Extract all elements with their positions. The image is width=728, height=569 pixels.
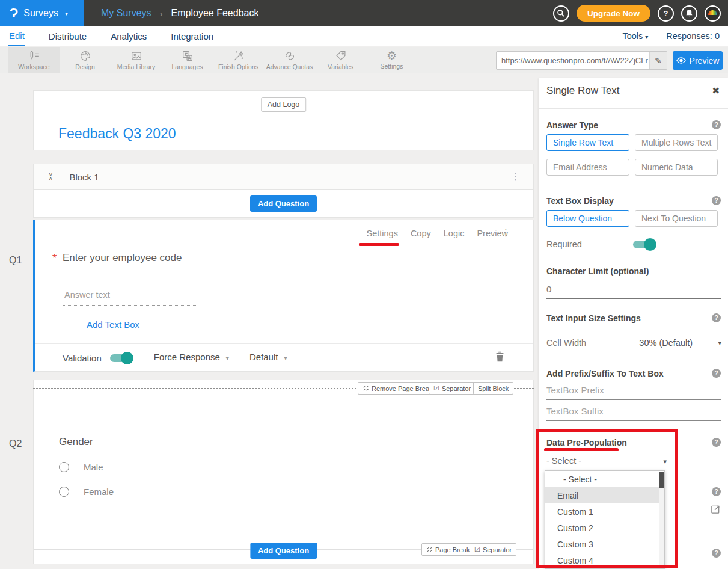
cell-width-value: 30% (Default) xyxy=(639,338,693,348)
dropdown-option-custom1[interactable]: Custom 1 xyxy=(545,503,664,520)
textbox-suffix-input[interactable]: TextBox Suffix xyxy=(546,406,721,421)
add-question-button-top[interactable]: Add Question xyxy=(250,195,317,212)
dropdown-option-custom2[interactable]: Custom 2 xyxy=(545,520,664,536)
upgrade-now-button[interactable]: Upgrade Now xyxy=(577,5,650,22)
q1-tab-settings[interactable]: Settings xyxy=(366,229,397,238)
collapse-block-icon[interactable]: ˅ ˄ xyxy=(49,173,52,181)
question1-text[interactable]: Enter your employee code xyxy=(63,252,182,264)
option-next-to-question[interactable]: Next To Question xyxy=(635,210,718,227)
q1-tab-copy[interactable]: Copy xyxy=(411,229,431,238)
eye-icon xyxy=(676,57,686,64)
responses-count[interactable]: Responses: 0 xyxy=(666,31,720,41)
edit-url-icon[interactable]: ✎ xyxy=(650,56,667,66)
option-below-question[interactable]: Below Question xyxy=(546,210,629,227)
magic-wand-icon xyxy=(232,49,245,63)
toolbar-finish-options[interactable]: Finish Options xyxy=(213,47,264,73)
tab-integration[interactable]: Integration xyxy=(170,27,214,45)
user-avatar[interactable] xyxy=(705,5,721,22)
option-multiple-rows-text[interactable]: Multiple Rows Text xyxy=(635,134,718,151)
add-question-row: Add Question xyxy=(33,190,534,218)
question1-card[interactable]: Settings Copy Logic Preview ⋮ * Enter yo… xyxy=(33,220,534,372)
cell-width-select[interactable]: Cell Width 30% (Default) ▾ xyxy=(546,338,721,348)
breadcrumb-separator-icon: › xyxy=(160,8,163,19)
prefix-suffix-label: Add Prefix/Suffix To Text Box xyxy=(546,369,664,378)
question-mark-icon: ? xyxy=(664,9,668,18)
add-question-button-bottom[interactable]: Add Question xyxy=(250,543,317,559)
separator-button-bottom[interactable]: ☑ Separator xyxy=(470,543,516,556)
survey-url-input[interactable]: https://www.questionpro.com/t/AW22ZjCLr xyxy=(497,52,650,69)
answer-type-help-icon[interactable]: ? xyxy=(712,120,721,129)
dropdown-option-custom4[interactable]: Custom 4 xyxy=(545,552,664,568)
toolbar-media-library[interactable]: Media Library xyxy=(111,47,162,73)
breadcrumb-my-surveys[interactable]: My Surveys xyxy=(101,8,151,19)
separator-button-top[interactable]: ☑ Separator xyxy=(429,382,476,395)
validation-default-select[interactable]: Default▾ xyxy=(249,352,287,364)
option-numeric-data[interactable]: Numeric Data xyxy=(635,159,718,176)
question2-card[interactable]: Remove Page Break ☑ Separator Split Bloc… xyxy=(33,380,534,564)
option-email-address[interactable]: Email Address xyxy=(546,159,629,176)
text-box-display-help-icon[interactable]: ? xyxy=(712,196,721,205)
radio-option-male[interactable]: Male xyxy=(59,462,103,472)
text-input-size-help-icon[interactable]: ? xyxy=(712,313,721,322)
prefix-suffix-help-icon[interactable]: ? xyxy=(712,369,721,378)
toolbar-advance-quotas[interactable]: Advance Quotas xyxy=(264,47,315,73)
character-limit-label: Character Limit (optional) xyxy=(546,266,649,276)
dropdown-option-email[interactable]: Email xyxy=(545,487,664,503)
tab-edit[interactable]: Edit xyxy=(8,26,25,46)
delete-question-button[interactable] xyxy=(495,351,504,364)
tab-distribute[interactable]: Distribute xyxy=(48,27,87,45)
add-text-box-link[interactable]: Add Text Box xyxy=(87,319,139,330)
page-break-line: Remove Page Break ☑ Separator Split Bloc… xyxy=(33,388,534,389)
q1-gutter-label: Q1 xyxy=(9,255,22,266)
textbox-prefix-input[interactable]: TextBox Prefix xyxy=(546,385,721,400)
page-break-button[interactable]: Page Break xyxy=(421,543,474,556)
toolbar-settings[interactable]: ⚙ Settings xyxy=(366,47,417,73)
external-link-icon[interactable] xyxy=(711,504,721,517)
topbar: Ɂ Surveys ▾ My Surveys › Employee Feedba… xyxy=(0,0,728,26)
answer-text-placeholder[interactable]: Answer text xyxy=(64,290,110,300)
dropdown-option-select[interactable]: - Select - xyxy=(545,471,664,487)
split-block-button[interactable]: Split Block xyxy=(473,382,513,395)
remove-page-break-button[interactable]: Remove Page Break xyxy=(358,382,438,395)
q1-menu-icon[interactable]: ⋮ xyxy=(501,227,510,238)
preview-button[interactable]: Preview xyxy=(673,51,723,70)
required-toggle[interactable] xyxy=(633,241,655,248)
toolbar-workspace[interactable]: Workspace xyxy=(8,47,60,73)
toolbar-design[interactable]: Design xyxy=(60,47,111,73)
radio-icon[interactable] xyxy=(59,487,69,497)
dropdown-scrollbar[interactable] xyxy=(659,472,664,568)
tools-menu[interactable]: Tools ▾ xyxy=(622,31,648,41)
hidden-section-help-icon[interactable]: ? xyxy=(712,487,721,496)
chevron-down-icon: ▾ xyxy=(663,458,667,466)
survey-title[interactable]: Feedback Q3 2020 xyxy=(58,126,176,142)
toolbar-languages[interactable]: Languages xyxy=(162,47,213,73)
search-button[interactable] xyxy=(553,5,569,22)
character-limit-input[interactable]: 0 xyxy=(546,284,721,299)
block-menu-icon[interactable]: ⋮ xyxy=(511,171,520,182)
survey-url-group: https://www.questionpro.com/t/AW22ZjCLr … xyxy=(496,51,667,70)
data-prepopulation-select[interactable]: - Select - ▾ xyxy=(546,456,667,466)
answer-type-label: Answer Type xyxy=(546,120,598,130)
question2-text[interactable]: Gender xyxy=(59,436,93,448)
close-panel-icon[interactable]: ✖ xyxy=(712,85,720,96)
question1-footer: Validation Force Response▾ Default▾ xyxy=(35,343,533,372)
radio-option-female[interactable]: Female xyxy=(59,487,114,497)
product-switcher[interactable]: Ɂ Surveys ▾ xyxy=(0,0,84,26)
data-prepopulation-help-icon[interactable]: ? xyxy=(712,438,721,447)
dropdown-scrollbar-thumb[interactable] xyxy=(659,472,664,488)
validation-toggle[interactable] xyxy=(110,354,132,362)
q1-tab-logic[interactable]: Logic xyxy=(444,229,465,238)
block-name[interactable]: Block 1 xyxy=(69,172,99,182)
radio-icon[interactable] xyxy=(59,462,69,472)
add-logo-button[interactable]: Add Logo xyxy=(261,97,307,112)
notifications-button[interactable] xyxy=(681,5,697,22)
option-single-row-text[interactable]: Single Row Text xyxy=(546,134,629,151)
help-button[interactable]: ? xyxy=(658,5,674,22)
hidden-section-help-icon-2[interactable]: ? xyxy=(712,549,721,558)
tab-analytics[interactable]: Analytics xyxy=(110,27,147,45)
brand-label: Surveys xyxy=(23,8,58,19)
toolbar-variables[interactable]: Variables xyxy=(315,47,366,73)
dropdown-option-custom3[interactable]: Custom 3 xyxy=(545,536,664,552)
questionpro-logo-icon: Ɂ xyxy=(10,7,18,20)
force-response-select[interactable]: Force Response▾ xyxy=(154,352,229,364)
